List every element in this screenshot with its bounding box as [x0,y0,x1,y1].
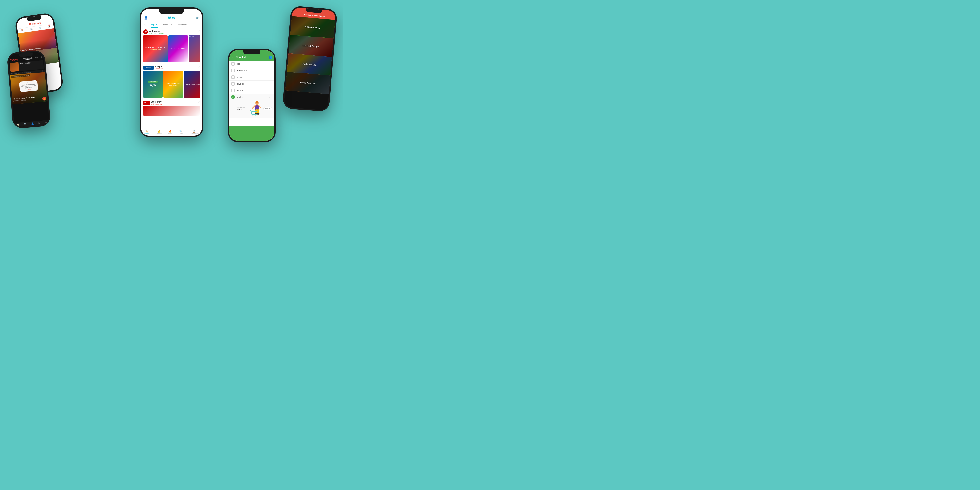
rice-checkbox[interactable] [231,62,235,66]
flipp-nav-shopping[interactable]: 📋 Shopping List [189,130,199,134]
yummly-main-food: Weeknight Dinner Ideas For You Yum Tap '… [10,72,48,104]
phone-shopping-list: ← New list 👥 rice toothpaste 2 chicken [228,49,275,142]
toothpaste-label: toothpaste [237,69,269,72]
list-item-olive-oil[interactable]: olive oil [229,81,274,87]
jcpenney-heart[interactable]: ♡ [198,101,200,103]
kroger-price: $1.49 [150,83,156,86]
tab-just-for-you[interactable]: JUST FOR YOU [22,57,33,60]
lettuce-checkbox[interactable] [231,89,235,92]
theme-budget-label: Budget-Friendly [305,25,320,29]
flipp-nav-browse[interactable]: 🏷️ Browse [144,130,149,134]
apples-count: 2 lb [269,96,272,98]
phone-yummly: Yummly JUST FOR YOU EXPLORE Make a Meal … [6,50,51,129]
kroger-ads[interactable]: FRESH DEAL $1.49 lb BUY 5 SAVE $5 more s… [143,70,200,97]
walgreens-buy2: buy 2 get for FREE [172,48,185,49]
kroger-ad-2[interactable]: BUY 5 SAVE $5 more savings [164,70,183,97]
jcpenney-logo: JCPenney [143,101,150,105]
kroger-ad-1[interactable]: FRESH DEAL $1.49 lb [143,70,163,97]
walgreens-logo: W [143,29,148,34]
yummly-list-icon[interactable]: ☰ [38,121,40,124]
yummly-popup: Yum Tap 'Yum' to save recipes and to tea… [19,80,38,92]
chicken-checkbox[interactable] [231,75,235,79]
chicken-label: chicken [237,76,272,78]
walgreens-section: W Walgreens New Until Saturday ♡ DEALS o… [141,28,202,64]
tab-az[interactable]: A-Z [171,22,175,27]
walgreens-ad-2[interactable]: buy 2 get for FREE [168,35,188,62]
search-icon: 🔍 [179,130,182,132]
kroger-more-savings: more savings [169,84,177,86]
flipp-nav-coupons[interactable]: 💰 Coupons [156,130,162,134]
bigoven-book-icon[interactable]: 📖 [30,28,33,30]
theme-flexitarian-label: Flexitarian Diet [302,63,317,66]
yummly-bottom-nav: 🏠 🔍 👤 ☰ ⊞ [14,120,49,127]
svg-line-10 [251,110,251,111]
phone-themes: Choose a weekly theme Budget-Friendly Lo… [282,6,337,112]
yummly-person-icon[interactable]: 👤 [31,122,34,125]
kroger-seas-savings: SEAS THE SAVINGS! [186,83,200,85]
walgreens-ads[interactable]: DEALS of the WEEK FROSTED FLAKES buy 2 g… [143,35,200,62]
kroger-ad-3[interactable]: SEAS THE SAVINGS! [184,70,200,97]
list-items: rice toothpaste 2 chicken olive oil lett [229,61,274,118]
olive-oil-checkbox[interactable] [231,82,235,86]
yummly-logo: Yummly [10,58,19,61]
walgreens-name: Walgreens [149,30,164,32]
kroger-logo: Kroger [143,66,154,70]
theme-gluten-free[interactable]: Gluten Free Diet [285,72,330,94]
kroger-buy5: BUY 5 SAVE $5 [167,82,180,84]
kroger-section: Kroger Kroger Ends today ♡ FRESH DEAL $1… [141,64,202,99]
list-item-rice[interactable]: rice [229,61,274,67]
browse-icon: 🏷️ [145,130,148,132]
yummly-home-icon[interactable]: 🏠 [16,124,19,126]
theme-lowcarb-label: Low Carb Recipes [302,44,320,48]
toothpaste-count: 2 [271,70,272,72]
rice-label: rice [237,63,272,65]
shopping-person-illustration [250,101,262,116]
tab-groceries[interactable]: Groceries [178,22,188,27]
list-item-lettuce[interactable]: lettuce [229,87,274,94]
unchecked-label: Unchecked [237,107,248,108]
kroger-name: Kroger [155,65,164,68]
apples-label: apples [237,96,267,98]
kroger-subtitle: Ends today [155,68,164,70]
apples-checkbox[interactable]: ✓ [231,95,235,99]
tab-explore[interactable]: EXPLORE [35,56,42,59]
flipp-heart-icon[interactable]: ♡ [144,24,146,26]
svg-point-13 [255,115,256,116]
show-button[interactable]: SHOW [263,107,272,110]
toothpaste-checkbox[interactable] [231,69,235,72]
flipp-profile-icon[interactable]: 👤 [144,16,148,20]
bigoven-home-icon[interactable]: 🏠 [21,29,24,32]
flipp-tabs: ♡ Explore Latest A-Z Groceries [141,22,202,28]
flipp-settings-icon[interactable]: ⚙️ [195,16,199,20]
walgreens-heart[interactable]: ♡ [198,29,200,32]
list-back-button[interactable]: ← [231,56,234,59]
walgreens-ad-1[interactable]: DEALS of the WEEK FROSTED FLAKES [143,35,167,62]
yummly-grid-icon[interactable]: ⊞ [45,121,47,124]
flipp-logo: flipp [168,16,175,20]
bigoven-logo: BigOven [32,22,41,25]
flipp-nav-deals[interactable]: 🔥 Deals [168,130,172,134]
bigoven-calendar-icon[interactable]: 📅 [48,25,51,28]
tab-explore[interactable]: Explore [151,22,158,28]
flipp-nav-search[interactable]: 🔍 Search [178,130,183,134]
yummly-card-text: Make a Meal Plan [18,61,33,71]
deals-icon: 🔥 [169,130,172,132]
list-item-apples[interactable]: ✓ apples 2 lb Unchecked $28.77 [229,94,274,118]
tab-latest[interactable]: Latest [162,22,168,27]
walgreens-ad-3[interactable]: DEALS [189,35,200,62]
bigoven-cart-icon[interactable]: 🛒 [39,27,41,29]
jcpenney-ad[interactable] [143,106,200,116]
jcpenney-name: JCPenney [151,101,162,103]
svg-rect-2 [255,105,259,110]
yummly-search-icon[interactable]: 🔍 [24,123,27,126]
list-item-chicken[interactable]: chicken [229,74,274,81]
phone-flipp: 👤 flipp ⚙️ ♡ Explore Latest A-Z Grocerie… [140,7,204,137]
flipp-bottom-nav: 🏷️ Browse 💰 Coupons 🔥 Deals 🔍 Search 📋 S… [141,129,202,136]
list-add-people-icon[interactable]: 👥 [269,56,272,59]
price-label: $28.77 [237,108,248,111]
list-bottom-area [229,126,274,141]
fresh-deal-badge: FRESH DEAL [148,81,158,83]
kroger-heart[interactable]: ♡ [198,65,200,68]
olive-oil-label: olive oil [237,83,272,85]
list-item-toothpaste[interactable]: toothpaste 2 [229,67,274,74]
